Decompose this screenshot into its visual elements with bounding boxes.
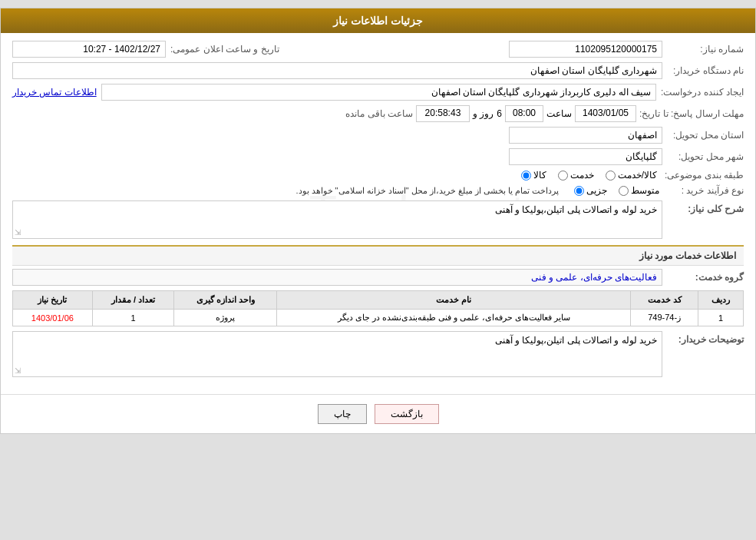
radio-kala-label: کالا <box>533 170 546 181</box>
radio-motavaset-label: متوسط <box>631 185 659 196</box>
cell-vahed: پروژه <box>174 310 277 326</box>
radio-jozi[interactable]: جزیی <box>574 185 607 196</box>
nam-dastgah-label: نام دستگاه خریدار: <box>667 65 744 76</box>
mohlat-label: مهلت ارسال پاسخ: تا تاریخ: <box>639 108 744 119</box>
services-table: ردیف کد خدمت نام خدمت واحد اندازه گیری ت… <box>12 290 744 326</box>
col-nam-khedmat: نام خدمت <box>277 291 631 310</box>
mohlat-saat-label: ساعت <box>546 108 572 119</box>
mohlat-zaman-value: 20:58:43 <box>416 105 470 122</box>
ostan-tahvil-value: اصفهان <box>509 127 662 144</box>
shahr-tahvil-value: گلپایگان <box>509 148 662 165</box>
saat-baqi-mande-label: ساعت باقی مانده <box>345 108 413 119</box>
sharh-koli-value: خرید لوله و اتصالات پلی اتیلن،پولیکا و آ… <box>495 204 657 215</box>
print-button[interactable]: چاپ <box>318 404 367 424</box>
tabaqebandi-label: طبقه بندی موضوعی: <box>665 170 744 181</box>
radio-khedmat-label: خدمت <box>570 170 594 181</box>
radio-kala-khedmat[interactable]: کالا/خدمت <box>606 170 657 181</box>
groh-khedmat-value: فعالیت‌های حرفه‌ای، علمی و فنی <box>12 269 662 286</box>
ijad-konande-label: ایجاد کننده درخواست: <box>661 87 744 98</box>
tawzih-khardar-value: خرید لوله و اتصالات پلی اتیلن،پولیکا و آ… <box>495 335 657 346</box>
col-tarikh-niaz: تاریخ نیاز <box>13 291 93 310</box>
cell-tarikh: 1403/01/06 <box>13 310 93 326</box>
radio-khedmat[interactable]: خدمت <box>558 170 594 181</box>
page-title: جزئیات اطلاعات نیاز <box>1 8 755 33</box>
footer-buttons: بازگشت چاپ <box>1 394 755 433</box>
noe-farayand-label: نوع فرآیند خرید : <box>667 185 744 196</box>
nam-dastgah-value: شهرداری گلپایگان استان اصفهان <box>12 62 662 79</box>
shomare-niaz-label: شماره نیاز: <box>667 44 744 55</box>
col-tedad: تعداد / مقدار <box>92 291 174 310</box>
cell-tedad: 1 <box>92 310 174 326</box>
cell-nam-khedmat: سایر فعالیت‌های حرفه‌ای، علمی و فنی طبقه… <box>277 310 631 326</box>
tabaqebandi-radio-group: کالا/خدمت خدمت کالا <box>521 170 657 181</box>
farayand-note: پرداخت تمام یا بخشی از مبلغ خرید،از محل … <box>12 186 559 196</box>
tawzih-khardar-label: توضیحات خریدار: <box>667 331 744 345</box>
sharh-koli-label: شرح کلی نیاز: <box>667 200 744 214</box>
col-kod-khedmat: کد خدمت <box>631 291 698 310</box>
mohlat-rooz-value: 6 <box>497 108 502 119</box>
tarikh-label: تاریخ و ساعت اعلان عمومی: <box>170 44 279 55</box>
radio-kala[interactable]: کالا <box>521 170 546 181</box>
tawzih-khardar-box: خرید لوله و اتصالات پلی اتیلن،پولیکا و آ… <box>12 331 662 377</box>
ijad-konande-value: سیف اله دلیری کاربرداز شهرداری گلپایگان … <box>101 84 656 101</box>
col-vahed: واحد اندازه گیری <box>174 291 277 310</box>
resize-icon: ⇲ <box>15 228 21 237</box>
back-button[interactable]: بازگشت <box>375 404 439 424</box>
mohlat-rooz-label: روز و <box>473 108 494 119</box>
mohlat-saat-value: 08:00 <box>505 105 543 122</box>
radio-motavaset[interactable]: متوسط <box>619 185 659 196</box>
cell-kod-khedmat: ز-74-749 <box>631 310 698 326</box>
radio-jozi-label: جزیی <box>586 185 607 196</box>
shahr-tahvil-label: شهر محل تحویل: <box>667 151 744 162</box>
ostan-tahvil-label: استان محل تحویل: <box>667 130 744 141</box>
ettelaat-tamas-link[interactable]: اطلاعات تماس خریدار <box>12 87 97 98</box>
cell-radif: 1 <box>698 310 744 326</box>
resize-icon-2: ⇲ <box>15 366 21 375</box>
tarikh-value: 1402/12/27 - 10:27 <box>12 41 166 58</box>
info-section-title: اطلاعات خدمات مورد نیاز <box>12 245 744 266</box>
shomare-niaz-value: 1102095120000175 <box>509 41 662 58</box>
radio-kala-khedmat-label: کالا/خدمت <box>618 170 657 181</box>
mohlat-date-value: 1403/01/05 <box>575 105 636 122</box>
table-row: 1 ز-74-749 سایر فعالیت‌های حرفه‌ای، علمی… <box>13 310 744 326</box>
sharh-koli-box: خرید لوله و اتصالات پلی اتیلن،پولیکا و آ… <box>12 200 662 239</box>
col-radif: ردیف <box>698 291 744 310</box>
noe-farayand-radio-group: متوسط جزیی <box>574 185 659 196</box>
groh-khedmat-label: گروه خدمت: <box>667 272 744 283</box>
